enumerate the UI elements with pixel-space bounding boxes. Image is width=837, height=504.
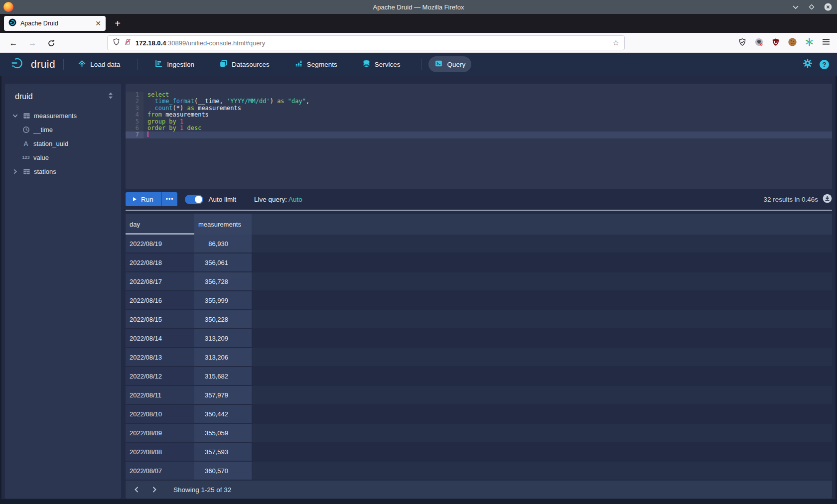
nav-datasources[interactable]: Datasources — [213, 56, 276, 72]
window-close-button[interactable] — [824, 3, 832, 11]
chevron-right-icon[interactable] — [11, 168, 19, 175]
tree-item-value[interactable]: 123 value — [11, 150, 121, 164]
nav-query[interactable]: Query — [428, 56, 471, 72]
schema-sidebar: druid measurements — [5, 84, 121, 499]
code-line[interactable]: 3 count(*) as measurements — [126, 105, 832, 112]
cell-day[interactable]: 2022/08/13 — [126, 348, 194, 366]
cell-measurements[interactable]: 313,209 — [194, 329, 252, 347]
cell-measurements[interactable]: 357,593 — [194, 443, 252, 461]
table-row[interactable]: 2022/08/11357,979 — [126, 386, 832, 405]
colorful-asterisk-extension-icon[interactable] — [805, 38, 814, 48]
tree-item-measurements[interactable]: measurements — [11, 109, 121, 123]
window-minimize-button[interactable] — [792, 4, 799, 9]
sql-editor[interactable]: 1select2 time_format(__time, 'YYYY/MM/dd… — [126, 84, 832, 189]
live-query-value[interactable]: Auto — [288, 196, 302, 203]
reload-button[interactable] — [45, 37, 58, 50]
code-line[interactable]: 7 — [126, 131, 832, 138]
browser-tab[interactable]: Apache Druid ✕ — [4, 16, 106, 31]
table-row[interactable]: 2022/08/18356,061 — [126, 253, 832, 272]
mask-extension-icon[interactable] — [755, 38, 763, 48]
code-line[interactable]: 4from measurements — [126, 112, 832, 118]
cell-day[interactable]: 2022/08/12 — [126, 367, 194, 385]
cell-measurements[interactable]: 355,059 — [194, 424, 252, 442]
run-more-button[interactable]: ••• — [161, 192, 178, 206]
cell-day[interactable]: 2022/08/08 — [126, 443, 194, 461]
cell-day[interactable]: 2022/08/14 — [126, 329, 194, 347]
table-row[interactable]: 2022/08/12315,682 — [126, 367, 832, 386]
code-line[interactable]: 6order by 1 desc — [126, 125, 832, 131]
table-row[interactable]: 2022/08/10350,442 — [126, 405, 832, 424]
cell-measurements[interactable]: 357,979 — [194, 386, 252, 404]
table-row[interactable]: 2022/08/07360,570 — [126, 462, 832, 481]
run-button[interactable]: Run — [126, 192, 161, 206]
cell-day[interactable]: 2022/08/09 — [126, 424, 194, 442]
help-icon[interactable]: ? — [820, 60, 829, 69]
nav-ingestion[interactable]: Ingestion — [148, 56, 200, 72]
table-row[interactable]: 2022/08/16355,999 — [126, 291, 832, 310]
auto-limit-toggle[interactable] — [185, 195, 203, 204]
download-icon[interactable] — [823, 194, 832, 205]
table-row[interactable]: 2022/08/09355,059 — [126, 424, 832, 443]
shield-icon[interactable] — [113, 38, 120, 48]
new-tab-button[interactable]: + — [111, 16, 125, 30]
column-header-measurements[interactable]: measurements — [194, 214, 252, 235]
cell-measurements[interactable]: 356,728 — [194, 272, 252, 290]
forward-button[interactable]: → — [26, 37, 39, 50]
chevron-down-icon[interactable] — [11, 113, 19, 119]
live-query[interactable]: Live query: Auto — [254, 196, 302, 203]
cell-measurements[interactable]: 355,999 — [194, 291, 252, 309]
tab-close-icon[interactable]: ✕ — [95, 20, 101, 27]
cell-day[interactable]: 2022/08/18 — [126, 253, 194, 271]
tree-label: __time — [33, 126, 53, 133]
cell-day[interactable]: 2022/08/16 — [126, 291, 194, 309]
cookie-extension-icon[interactable] — [788, 38, 797, 48]
cell-measurements[interactable]: 86,930 — [194, 235, 252, 252]
url-bar[interactable]: 172.18.0.4:30899/unified-console.html#qu… — [107, 35, 625, 50]
column-header-day[interactable]: day — [126, 214, 194, 235]
cell-day[interactable]: 2022/08/17 — [126, 272, 194, 290]
table-row[interactable]: 2022/08/14313,209 — [126, 329, 832, 348]
table-row[interactable]: 2022/08/17356,728 — [126, 272, 832, 291]
sort-double-caret-icon[interactable] — [107, 92, 114, 102]
cell-measurements[interactable]: 350,228 — [194, 310, 252, 328]
table-row[interactable]: 2022/08/13313,206 — [126, 348, 832, 367]
cell-day[interactable]: 2022/08/19 — [126, 235, 194, 252]
nav-services[interactable]: Services — [356, 56, 407, 72]
table-row[interactable]: 2022/08/08357,593 — [126, 443, 832, 462]
window-maximize-button[interactable] — [808, 3, 815, 10]
window-edge-left — [0, 76, 1, 504]
cell-day[interactable]: 2022/08/11 — [126, 386, 194, 404]
back-button[interactable]: ← — [7, 37, 20, 50]
nav-load-data[interactable]: Load data — [72, 56, 126, 72]
cell-measurements[interactable]: 313,206 — [194, 348, 252, 366]
settings-gear-icon[interactable] — [803, 58, 813, 70]
druid-brand[interactable]: druid — [11, 57, 55, 72]
cell-measurements[interactable]: 356,061 — [194, 253, 252, 271]
schema-tree: measurements __time A station_uuid 123 v… — [5, 109, 121, 178]
panel-resize-handle[interactable] — [126, 210, 832, 211]
privacy-shield-check-icon[interactable] — [738, 38, 746, 48]
prev-page-button[interactable] — [130, 486, 143, 493]
results-table-header: day measurements — [126, 214, 832, 235]
code-line[interactable]: 2 time_format(__time, 'YYYY/MM/dd') as "… — [126, 98, 832, 105]
cell-measurements[interactable]: 350,442 — [194, 405, 252, 423]
bookmark-star-icon[interactable]: ☆ — [613, 38, 619, 47]
code-line[interactable]: 1select — [126, 92, 832, 98]
code-line[interactable]: 5group by 1 — [126, 119, 832, 125]
cell-day[interactable]: 2022/08/15 — [126, 310, 194, 328]
next-page-button[interactable] — [147, 486, 161, 493]
hamburger-menu-icon[interactable] — [822, 38, 830, 47]
tree-item-stations[interactable]: stations — [11, 164, 121, 178]
cell-day[interactable]: 2022/08/07 — [126, 462, 194, 480]
tree-item-time[interactable]: __time — [11, 123, 121, 136]
ublock-icon[interactable] — [772, 38, 780, 48]
tree-item-station-uuid[interactable]: A station_uuid — [11, 136, 121, 150]
table-row[interactable]: 2022/08/15350,228 — [126, 310, 832, 329]
nav-segments[interactable]: Segments — [288, 56, 343, 72]
url-text[interactable]: 172.18.0.4:30899/unified-console.html#qu… — [136, 39, 609, 47]
cell-day[interactable]: 2022/08/10 — [126, 405, 194, 423]
lock-insecure-icon[interactable] — [124, 38, 132, 48]
cell-measurements[interactable]: 360,570 — [194, 462, 252, 480]
table-row[interactable]: 2022/08/1986,930 — [126, 235, 832, 253]
cell-measurements[interactable]: 315,682 — [194, 367, 252, 385]
